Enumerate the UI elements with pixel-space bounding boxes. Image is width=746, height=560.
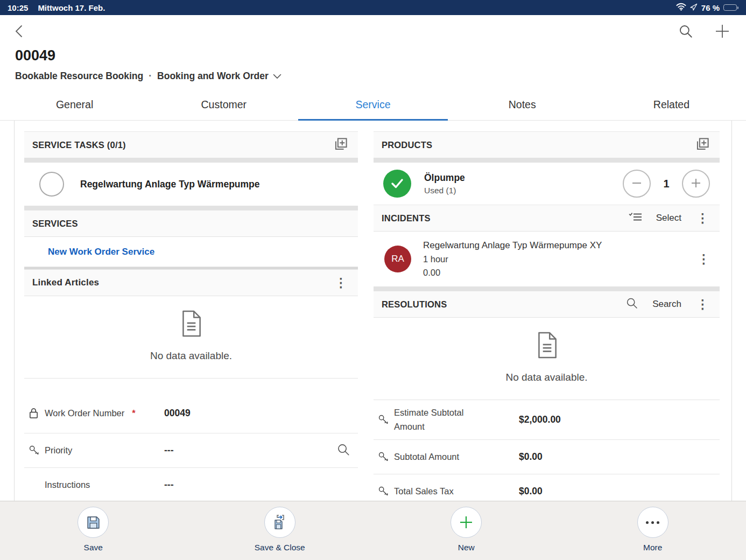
add-button[interactable] — [714, 23, 731, 41]
tab-general[interactable]: General — [0, 89, 149, 120]
incident-duration: 1 hour — [423, 254, 685, 264]
left-column: SERVICE TASKS (0/1) Regelwartung Anlage … — [24, 131, 358, 501]
incidents-more-icon[interactable]: ⋮ — [695, 212, 710, 225]
instructions-field[interactable]: Instructions --- — [24, 468, 358, 501]
task-checkbox[interactable] — [39, 172, 64, 197]
field-label: Total Sales Tax — [394, 485, 499, 499]
field-label: Subtotal Amount — [394, 450, 499, 464]
minus-icon — [630, 177, 643, 191]
battery-icon — [723, 4, 738, 11]
tab-service[interactable]: Service — [298, 89, 447, 120]
priority-field[interactable]: Priority --- — [24, 433, 358, 468]
work-order-number-field: Work Order Number* 00049 — [24, 394, 358, 433]
subtotal-field: Subtotal Amount $0.00 — [374, 440, 720, 474]
plus-icon — [714, 23, 731, 41]
instructions-value[interactable]: --- — [164, 479, 356, 491]
content-area: SERVICE TASKS (0/1) Regelwartung Anlage … — [14, 121, 732, 501]
back-chevron-icon — [13, 24, 26, 40]
form-selector[interactable]: Booking and Work Order — [157, 71, 281, 82]
breadcrumb: Bookable Resource Booking · Booking and … — [15, 71, 733, 82]
service-tasks-title: SERVICE TASKS (0/1) — [32, 140, 126, 150]
key-icon — [29, 445, 45, 456]
search-icon[interactable] — [625, 297, 638, 312]
document-icon — [536, 332, 558, 361]
products-title: PRODUCTS — [382, 140, 432, 150]
status-date: Mittwoch 17. Feb. — [38, 3, 105, 12]
linked-articles-empty-state: No data available. — [24, 296, 358, 379]
more-dots-icon — [637, 507, 668, 538]
more-button[interactable]: More — [560, 507, 746, 552]
linked-articles-empty-text: No data available. — [150, 350, 232, 362]
incidents-title: INCIDENTS — [382, 213, 431, 223]
save-and-close-icon — [264, 507, 295, 538]
app-header: 00049 Bookable Resource Booking · Bookin… — [0, 15, 746, 82]
tab-related[interactable]: Related — [597, 89, 746, 120]
wifi-icon — [676, 3, 686, 12]
new-work-order-service-link[interactable]: New Work Order Service — [48, 247, 154, 257]
incident-avatar: RA — [384, 246, 411, 272]
location-arrow-icon — [690, 3, 698, 12]
save-and-close-label: Save & Close — [255, 543, 305, 552]
work-order-number-value: 00049 — [164, 408, 356, 419]
tab-bar: General Customer Service Notes Related — [0, 89, 746, 121]
services-header: SERVICES — [24, 210, 358, 237]
more-label: More — [643, 543, 662, 552]
quantity-stepper: 1 — [623, 170, 710, 198]
product-used-check-icon — [383, 170, 411, 198]
battery-percent: 76 % — [701, 3, 720, 12]
new-work-order-service-row: New Work Order Service — [24, 237, 358, 267]
incident-more-icon[interactable]: ⋮ — [696, 253, 714, 265]
resolutions-more-icon[interactable]: ⋮ — [695, 298, 710, 311]
resolutions-empty-state: No data available. — [374, 318, 720, 400]
quantity-increase-button[interactable] — [682, 170, 710, 198]
service-tasks-header: SERVICE TASKS (0/1) — [24, 131, 358, 158]
back-button[interactable] — [13, 24, 26, 40]
incident-row[interactable]: RA Regelwartung Anlage Typ Wärmepumpe XY… — [374, 232, 720, 286]
document-icon — [180, 310, 202, 339]
quantity-decrease-button[interactable] — [623, 170, 651, 198]
status-bar: 10:25 Mittwoch 17. Feb. 76 % — [0, 0, 746, 15]
incident-name: Regelwartung Anlage Typ Wärmepumpe XY — [423, 240, 685, 251]
product-row[interactable]: Ölpumpe Used (1) 1 — [374, 163, 720, 205]
add-product-button[interactable] — [695, 137, 710, 153]
save-and-close-button[interactable]: Save & Close — [187, 507, 374, 552]
new-label: New — [458, 543, 475, 552]
product-status: Used (1) — [424, 186, 610, 195]
product-text: Ölpumpe Used (1) — [424, 172, 610, 195]
key-icon — [378, 486, 394, 497]
linked-articles-header: Linked Articles ⋮ — [24, 269, 358, 296]
quantity-value: 1 — [663, 178, 670, 190]
add-service-task-button[interactable] — [334, 137, 348, 153]
key-icon — [378, 414, 394, 425]
breadcrumb-entity: Bookable Resource Booking — [15, 71, 143, 82]
tab-notes[interactable]: Notes — [448, 89, 597, 120]
multiselect-icon[interactable] — [629, 212, 642, 225]
resolutions-title: RESOLUTIONS — [382, 299, 447, 310]
add-record-icon — [334, 137, 348, 153]
search-icon — [336, 449, 350, 458]
chevron-down-icon — [273, 71, 281, 82]
service-task-row[interactable]: Regelwartung Anlage Typ Wärmepumpe — [24, 163, 358, 206]
resolutions-search-button[interactable]: Search — [652, 299, 681, 310]
page-title: 00049 — [15, 47, 733, 64]
linked-articles-more-icon[interactable]: ⋮ — [334, 277, 348, 289]
new-button[interactable]: New — [373, 507, 560, 552]
resolutions-header: RESOLUTIONS Search ⋮ — [374, 291, 720, 318]
search-button[interactable] — [678, 24, 693, 40]
resolutions-empty-text: No data available. — [505, 372, 587, 383]
priority-value[interactable]: --- — [164, 445, 336, 456]
breadcrumb-separator: · — [149, 71, 152, 82]
incidents-select-button[interactable]: Select — [656, 213, 681, 223]
total-sales-tax-value: $0.00 — [499, 486, 717, 497]
lock-icon — [29, 407, 45, 419]
estimate-subtotal-value: $2,000.00 — [499, 414, 717, 425]
task-label: Regelwartung Anlage Typ Wärmepumpe — [80, 179, 260, 190]
linked-articles-title: Linked Articles — [32, 277, 99, 288]
field-label: Work Order Number* — [45, 407, 164, 421]
plus-icon — [689, 177, 702, 191]
status-time: 10:25 — [8, 3, 28, 12]
field-label: Instructions — [45, 478, 164, 492]
save-button[interactable]: Save — [0, 507, 187, 552]
tab-customer[interactable]: Customer — [149, 89, 298, 120]
priority-lookup-button[interactable] — [336, 443, 356, 459]
